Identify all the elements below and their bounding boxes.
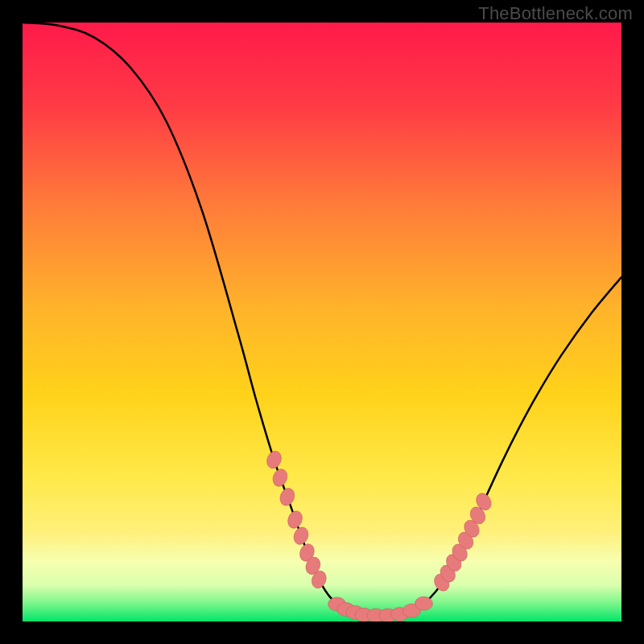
gradient-background	[23, 23, 621, 621]
chart-frame: TheBottleneck.com	[0, 0, 644, 644]
data-marker	[415, 597, 432, 610]
plot-area	[23, 23, 621, 621]
data-marker-group	[415, 597, 432, 610]
chart-svg	[23, 23, 621, 621]
watermark-text: TheBottleneck.com	[478, 3, 633, 24]
